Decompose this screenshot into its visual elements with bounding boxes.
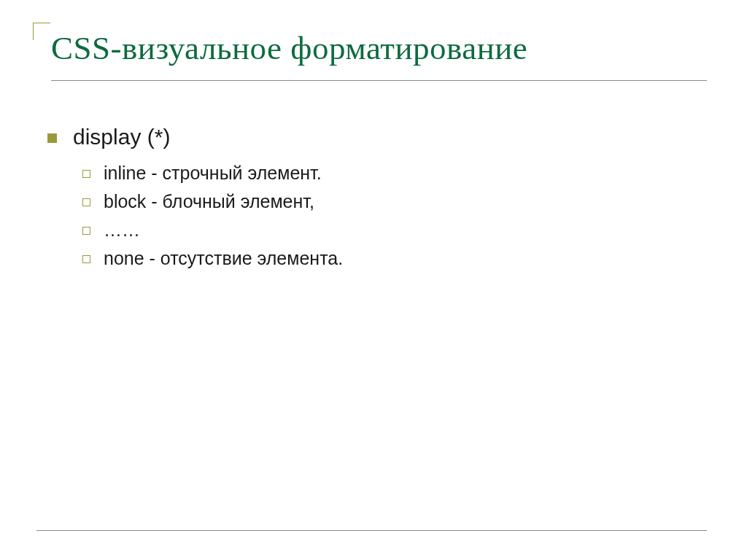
corner-decoration [33,23,50,40]
level2-text: …… [104,219,140,241]
square-bullet-outline-icon [82,198,90,206]
list-item-level2: inline - строчный элемент. [82,163,711,184]
square-bullet-outline-icon [82,227,90,235]
content-area: display (*) inline - строчный элемент. b… [36,81,711,269]
square-bullet-filled-icon [47,133,57,143]
square-bullet-outline-icon [82,255,90,263]
level2-text: inline - строчный элемент. [104,163,322,184]
bottom-divider [36,530,707,531]
slide-title: CSS-визуальное форматирование [51,29,711,67]
list-item-level2: block - блочный элемент, [82,191,711,212]
list-item-level2: …… [82,219,711,241]
level2-text: none - отсутствие элемента. [104,248,343,269]
slide: CSS-визуальное форматирование display (*… [0,0,747,560]
level2-list: inline - строчный элемент. block - блочн… [47,163,711,269]
level1-text: display (*) [73,125,170,149]
list-item-level1: display (*) [47,125,711,149]
list-item-level2: none - отсутствие элемента. [82,248,711,269]
square-bullet-outline-icon [82,170,90,178]
level2-text: block - блочный элемент, [104,191,314,212]
title-area: CSS-визуальное форматирование [36,22,711,67]
